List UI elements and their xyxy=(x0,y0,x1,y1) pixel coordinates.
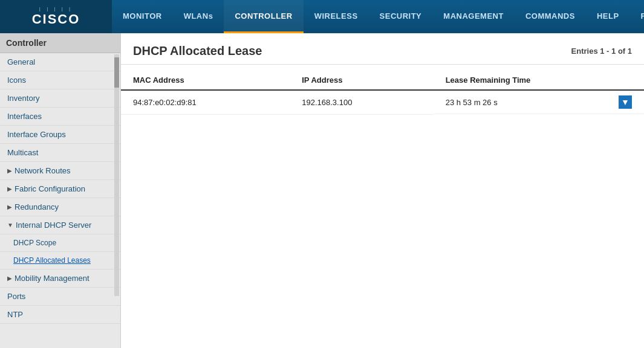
main-layout: Controller GeneralIconsInventoryInterfac… xyxy=(0,33,644,348)
cell-lease-time: 23 h 53 m 26 s▼ xyxy=(434,91,644,114)
sidebar-item-interfaces[interactable]: Interfaces xyxy=(0,108,120,126)
nav-item-wireless[interactable]: WIRELESS xyxy=(304,0,369,33)
page-title: DHCP Allocated Lease xyxy=(133,44,262,58)
sidebar-item-network-routes[interactable]: ▶ Network Routes xyxy=(0,162,120,180)
entries-info: Entries 1 - 1 of 1 xyxy=(571,47,632,56)
nav-item-management[interactable]: MANAGEMENT xyxy=(432,0,515,33)
row-action-button[interactable]: ▼ xyxy=(619,95,632,109)
sidebar-item-inventory[interactable]: Inventory xyxy=(0,89,120,108)
sidebar-title: Controller xyxy=(0,33,120,53)
nav-item-feedback[interactable]: FEEDBA... xyxy=(630,0,644,33)
content-area: DHCP Allocated Lease Entries 1 - 1 of 1 … xyxy=(121,33,644,348)
col-lease-time: Lease Remaining Time xyxy=(434,71,644,90)
sidebar-item-fabric-configuration[interactable]: ▶ Fabric Configuration xyxy=(0,180,120,198)
cell-mac: 94:87:e0:02:d9:81 xyxy=(121,90,290,114)
sidebar-item-multicast[interactable]: Multicast xyxy=(0,144,120,162)
sidebar-item-interface-groups[interactable]: Interface Groups xyxy=(0,126,120,144)
nav-item-monitor[interactable]: MONITOR xyxy=(112,0,173,33)
data-table: MAC Address IP Address Lease Remaining T… xyxy=(121,71,644,115)
nav-item-controller[interactable]: CONTROLLER xyxy=(224,0,303,33)
sidebar-items: GeneralIconsInventoryInterfacesInterface… xyxy=(0,53,120,324)
sidebar-item-general[interactable]: General xyxy=(0,53,120,71)
sidebar-item-ntp[interactable]: NTP xyxy=(0,306,120,324)
scroll-thumb[interactable] xyxy=(114,57,119,88)
sidebar-item-icons[interactable]: Icons xyxy=(0,71,120,89)
topbar: | | | | | CISCO MONITORWLANsCONTROLLERWI… xyxy=(0,0,644,33)
sidebar-item-label: Fabric Configuration xyxy=(15,184,85,193)
logo-area: | | | | | CISCO xyxy=(0,0,112,33)
sidebar-item-label: Network Routes xyxy=(15,166,70,175)
sidebar-item-label: Internal DHCP Server xyxy=(16,221,91,230)
table-header-row: MAC Address IP Address Lease Remaining T… xyxy=(121,71,644,90)
table-body: 94:87:e0:02:d9:81192.168.3.10023 h 53 m … xyxy=(121,90,644,114)
sidebar: Controller GeneralIconsInventoryInterfac… xyxy=(0,33,121,348)
cell-ip: 192.168.3.100 xyxy=(290,90,433,114)
cisco-icon: | | | | | xyxy=(32,6,80,11)
arrow-right-icon: ▶ xyxy=(7,204,12,210)
sidebar-item-dhcp-allocated-leases[interactable]: DHCP Allocated Leases xyxy=(0,252,120,269)
sidebar-item-ports[interactable]: Ports xyxy=(0,288,120,306)
nav-item-wlans[interactable]: WLANs xyxy=(173,0,224,33)
col-ip-address: IP Address xyxy=(290,71,433,90)
cisco-logo: CISCO xyxy=(32,11,80,27)
scrollbar[interactable] xyxy=(114,54,119,296)
nav-item-commands[interactable]: COMMANDS xyxy=(515,0,586,33)
content-header: DHCP Allocated Lease Entries 1 - 1 of 1 xyxy=(121,33,644,65)
sidebar-item-redundancy[interactable]: ▶ Redundancy xyxy=(0,198,120,216)
sidebar-item-internal-dhcp-server[interactable]: ▼ Internal DHCP Server xyxy=(0,216,120,234)
arrow-right-icon: ▶ xyxy=(7,275,12,282)
nav-item-help[interactable]: HELP xyxy=(586,0,630,33)
nav-bar: MONITORWLANsCONTROLLERWIRELESSSECURITYMA… xyxy=(112,0,644,33)
lease-time-value: 23 h 53 m 26 s xyxy=(446,98,498,107)
col-mac-address: MAC Address xyxy=(121,71,290,90)
sidebar-item-dhcp-scope[interactable]: DHCP Scope xyxy=(0,234,120,252)
table-row: 94:87:e0:02:d9:81192.168.3.10023 h 53 m … xyxy=(121,90,644,114)
sidebar-item-label: Mobility Management xyxy=(15,274,89,283)
sidebar-item-label: Redundancy xyxy=(15,202,59,211)
arrow-right-icon: ▶ xyxy=(7,185,12,192)
arrow-down-icon: ▼ xyxy=(7,222,13,228)
nav-item-security[interactable]: SECURITY xyxy=(369,0,433,33)
sidebar-item-mobility-management[interactable]: ▶ Mobility Management xyxy=(0,269,120,288)
arrow-right-icon: ▶ xyxy=(7,167,12,174)
